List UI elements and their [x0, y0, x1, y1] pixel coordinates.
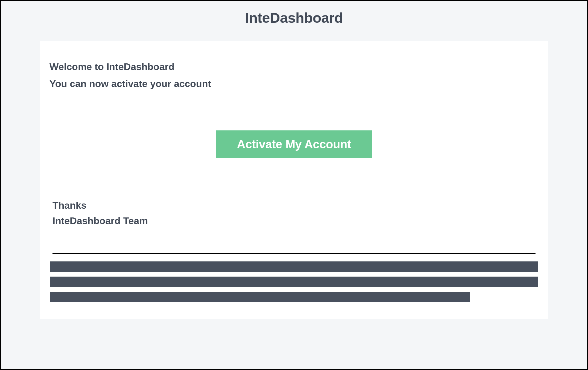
email-card: Welcome to InteDashboard You can now act…	[40, 41, 548, 319]
signature-text: InteDashboard Team	[52, 213, 539, 229]
email-frame: InteDashboard Welcome to InteDashboard Y…	[0, 0, 588, 370]
redacted-line	[50, 261, 538, 272]
activate-account-button[interactable]: Activate My Account	[216, 130, 372, 158]
subtitle-heading: You can now activate your account	[49, 76, 539, 91]
thanks-text: Thanks	[52, 198, 539, 213]
button-wrapper: Activate My Account	[49, 130, 539, 158]
page-title: InteDashboard	[7, 9, 581, 26]
redacted-line	[50, 277, 538, 287]
redacted-line	[50, 292, 470, 302]
footer-divider	[52, 253, 536, 254]
welcome-heading: Welcome to InteDashboard	[49, 59, 539, 74]
redacted-footer	[49, 261, 539, 302]
